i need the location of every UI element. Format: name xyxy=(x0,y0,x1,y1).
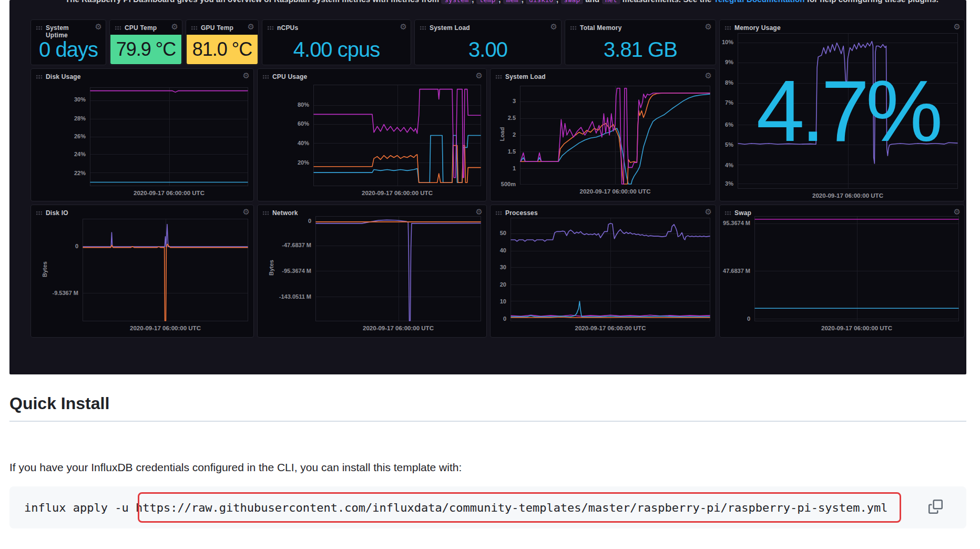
drag-handle-icon[interactable] xyxy=(36,75,42,79)
series-orange xyxy=(511,317,710,318)
axis-tick-label: 50 xyxy=(491,230,506,236)
gear-icon[interactable]: ⚙ xyxy=(954,208,961,216)
series-magenta xyxy=(90,91,248,93)
panel-title: Total Memory xyxy=(580,24,622,32)
stat-value: 3.00 xyxy=(468,38,507,62)
gear-icon[interactable]: ⚙ xyxy=(243,208,250,216)
dashboard-note: The Raspberry Pi Dashboard gives you an … xyxy=(65,0,938,4)
code-url: https://raw.githubusercontent.com/influx… xyxy=(136,501,887,514)
panel-header: Network⚙ xyxy=(258,205,486,217)
panel-title: Memory Usage xyxy=(734,24,781,32)
drag-handle-icon[interactable] xyxy=(495,75,502,79)
stat-body: 3.81 GB xyxy=(566,35,715,64)
code-pill: swap xyxy=(561,0,584,4)
stat-value: 0 days xyxy=(39,38,98,62)
panel-header: CPU Usage⚙ xyxy=(258,69,486,80)
code-block: influx apply -u https://raw.githubuserco… xyxy=(9,486,966,528)
axis-tick-label: 28% xyxy=(31,115,86,121)
gear-icon[interactable]: ⚙ xyxy=(95,23,102,30)
gear-icon[interactable]: ⚙ xyxy=(171,23,178,30)
gear-icon[interactable]: ⚙ xyxy=(954,23,961,30)
series-blue xyxy=(511,301,710,317)
axis-tick-label: 20 xyxy=(491,281,506,288)
note-text: and xyxy=(583,0,602,4)
x-axis-date-label: 2020-09-17 06:00:00 UTC xyxy=(83,325,248,331)
panel-cpu_usage: CPU Usage⚙80%60%40%20%2020-09-17 06:00:0… xyxy=(257,68,487,201)
note-text: for help configuring these plugins. xyxy=(805,0,938,4)
gear-icon[interactable]: ⚙ xyxy=(476,208,483,216)
install-instructions: If you have your InfluxDB credentials co… xyxy=(9,461,462,474)
axis-tick-label: 2.5 xyxy=(491,115,516,121)
panel-title: CPU Temp xyxy=(125,24,157,32)
chart-plot xyxy=(511,218,710,321)
code-prefix: influx apply -u xyxy=(24,501,136,514)
axis-tick-label: 2 xyxy=(491,131,516,138)
note-text: , xyxy=(498,0,503,4)
panel-title: System Load xyxy=(430,24,470,32)
stat-body: 81.0 °C xyxy=(187,35,258,64)
drag-handle-icon[interactable] xyxy=(495,211,502,215)
gear-icon[interactable]: ⚙ xyxy=(400,23,407,30)
chart-plot xyxy=(90,87,248,186)
axis-tick-label: 1.5 xyxy=(491,148,516,155)
code-pill: temp xyxy=(476,0,499,4)
chart-plot xyxy=(313,85,481,186)
gear-icon[interactable]: ⚙ xyxy=(705,72,712,79)
processes-chart xyxy=(511,218,710,321)
axis-tick-label: 3% xyxy=(720,180,733,187)
drag-handle-icon[interactable] xyxy=(420,26,426,30)
axis-tick-label: 5% xyxy=(720,141,733,148)
stat-body: 3.00 xyxy=(415,35,560,64)
drag-handle-icon[interactable] xyxy=(36,211,42,215)
panel-swap: Swap⚙95.3674 M47.6837 M02020-09-17 06:00… xyxy=(719,205,965,338)
drag-handle-icon[interactable] xyxy=(724,26,731,30)
drag-handle-icon[interactable] xyxy=(570,26,576,30)
axis-tick-label: 22% xyxy=(31,170,86,176)
copy-button[interactable] xyxy=(926,499,944,516)
page-title: Quick Install xyxy=(9,394,966,422)
panel-disk_usage: Disk Usage⚙30%28%26%24%22%2020-09-17 06:… xyxy=(30,68,254,201)
panel-system_load2: System Load⚙Load32.521.51500m2020-09-17 … xyxy=(490,68,716,201)
axis-tick-label: 47.6837 M xyxy=(720,268,750,274)
drag-handle-icon[interactable] xyxy=(115,26,121,30)
panel-header: Swap⚙ xyxy=(720,205,964,217)
drag-handle-icon[interactable] xyxy=(267,26,273,30)
gear-icon[interactable]: ⚙ xyxy=(243,72,250,79)
code-pill: mem xyxy=(503,0,522,4)
gear-icon[interactable]: ⚙ xyxy=(705,208,712,216)
telegraf-docs-link[interactable]: Telegraf Documentation xyxy=(714,0,805,4)
axis-tick-label: 20% xyxy=(258,159,309,166)
series-purple xyxy=(316,220,481,321)
code-text: influx apply -u https://raw.githubuserco… xyxy=(24,501,887,514)
axis-tick-label: 3 xyxy=(491,98,516,104)
panel-title: GPU Temp xyxy=(201,24,233,32)
gear-icon[interactable]: ⚙ xyxy=(705,23,712,30)
panel-processes: Processes⚙504030201002020-09-17 06:00:00… xyxy=(490,205,716,338)
chart-plot xyxy=(83,219,248,321)
readme-page: The Raspberry Pi Dashboard gives you an … xyxy=(0,0,980,549)
gear-icon[interactable]: ⚙ xyxy=(476,72,483,79)
series-purple xyxy=(83,225,248,247)
axis-tick-label: 30% xyxy=(31,96,86,103)
drag-handle-icon[interactable] xyxy=(36,26,42,30)
panel-title: System Load xyxy=(505,73,546,80)
x-axis-date-label: 2020-09-17 06:00:00 UTC xyxy=(520,188,710,195)
y-axis-label: Bytes xyxy=(42,259,48,280)
panel-network: Network⚙Bytes0-47.6837 M-95.3674 M-143.0… xyxy=(257,205,487,338)
chart-plot xyxy=(520,86,710,185)
drag-handle-icon[interactable] xyxy=(262,211,269,215)
drag-handle-icon[interactable] xyxy=(191,26,197,30)
panel-system_load1: System Load⚙3.00 xyxy=(414,19,562,65)
axis-tick-label: 0 xyxy=(31,243,78,249)
drag-handle-icon[interactable] xyxy=(724,211,731,215)
axis-tick-label: 1 xyxy=(491,165,516,171)
axis-tick-label: 40 xyxy=(491,247,506,253)
axis-tick-label: -9.5367 M xyxy=(31,290,78,296)
axis-tick-label: -95.3674 M xyxy=(258,268,311,274)
gear-icon[interactable]: ⚙ xyxy=(550,23,557,30)
panel-header: System Load⚙ xyxy=(491,69,716,80)
gear-icon[interactable]: ⚙ xyxy=(248,23,254,30)
code-pill: diskio xyxy=(526,0,556,4)
panel-total_memory: Total Memory⚙3.81 GB xyxy=(565,19,716,65)
drag-handle-icon[interactable] xyxy=(262,75,269,79)
